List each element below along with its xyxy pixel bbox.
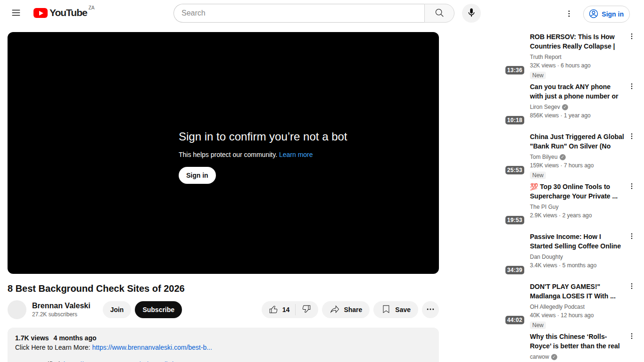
- related-video-item[interactable]: 25:53 China Just Triggered A Global "Ban…: [447, 132, 637, 176]
- related-video-menu-button[interactable]: [626, 31, 637, 42]
- related-video-item[interactable]: 13:36 ROB HERSOV: This Is How Countries …: [447, 32, 637, 76]
- subscribe-button[interactable]: Subscribe: [135, 301, 182, 318]
- video-info[interactable]: Can you track ANY phone with just a phon…: [526, 82, 637, 126]
- video-thumbnail[interactable]: [447, 332, 526, 362]
- share-button[interactable]: Share: [322, 301, 370, 318]
- person-circle-icon: [588, 8, 599, 20]
- voice-search-button[interactable]: [462, 4, 481, 23]
- video-thumbnail[interactable]: 19:53: [447, 182, 526, 226]
- kebab-icon: [628, 332, 636, 341]
- watch-main-column: Sign in to confirm you’re not a bot This…: [8, 32, 439, 362]
- player-sign-in-button[interactable]: Sign in: [179, 167, 216, 184]
- related-video-menu-button[interactable]: [626, 181, 637, 192]
- search-input[interactable]: [173, 4, 424, 23]
- new-badge: New: [530, 172, 546, 179]
- search-button[interactable]: [424, 4, 454, 23]
- related-video-title: Why this Chinese ‘Rolls-Royce’ is better…: [530, 332, 625, 351]
- like-dislike-pill: 14: [262, 301, 319, 318]
- related-video-item[interactable]: 10:18 Can you track ANY phone with just …: [447, 82, 637, 126]
- duration-badge: 13:36: [505, 66, 524, 74]
- related-channel-name: OH Allegedly Podcast: [530, 303, 585, 311]
- verified-badge-icon: ✓: [551, 354, 557, 360]
- related-video-menu-button[interactable]: [626, 231, 637, 242]
- video-thumbnail[interactable]: 44:02: [447, 282, 526, 326]
- related-video-menu-button[interactable]: [626, 81, 637, 92]
- duration-badge: 10:18: [505, 116, 524, 124]
- related-channel-name: Tom Bilyeu: [530, 153, 558, 161]
- video-info[interactable]: Passive Income: How I Started Selling Co…: [526, 232, 637, 276]
- save-label: Save: [395, 306, 411, 313]
- save-button[interactable]: Save: [373, 301, 418, 318]
- kebab-icon: [628, 232, 636, 241]
- video-info[interactable]: Why this Chinese ‘Rolls-Royce’ is better…: [526, 332, 637, 362]
- channel-info[interactable]: Brennan Valeski 27.2K subscribers: [32, 301, 91, 318]
- more-actions-button[interactable]: [422, 301, 439, 318]
- hamburger-menu-button[interactable]: [7, 4, 25, 23]
- verified-badge-icon: ✓: [560, 154, 566, 160]
- related-video-item[interactable]: Why this Chinese ‘Rolls-Royce’ is better…: [447, 332, 637, 362]
- like-count: 14: [282, 306, 290, 313]
- kebab-icon: [628, 33, 636, 41]
- video-info[interactable]: ROB HERSOV: This Is How Countries Really…: [526, 32, 637, 76]
- new-badge: New: [530, 72, 546, 79]
- channel-avatar[interactable]: [8, 300, 26, 319]
- search-bar: [173, 4, 481, 23]
- related-video-item[interactable]: 19:53 💯 Top 30 Online Tools to Superchar…: [447, 182, 637, 226]
- description-meta: 1.7K views 4 months ago: [15, 333, 431, 343]
- video-info[interactable]: DON'T PLAY GAMES!" Madlanga LOSES IT Wit…: [526, 282, 637, 326]
- upload-age: 4 months ago: [54, 334, 97, 342]
- related-video-item[interactable]: 44:02 DON'T PLAY GAMES!" Madlanga LOSES …: [447, 282, 637, 326]
- header-sign-in-button[interactable]: Sign in: [583, 6, 630, 23]
- related-channel-name: Liron Segev: [530, 103, 560, 111]
- kebab-icon: [628, 132, 636, 141]
- related-video-title: 💯 Top 30 Online Tools to Supercharge You…: [530, 182, 625, 201]
- video-thumbnail[interactable]: 10:18: [447, 82, 526, 126]
- search-icon: [434, 8, 445, 19]
- bookmark-icon: [381, 304, 391, 316]
- bot-check-subtext: This helps protect our community. Learn …: [179, 151, 347, 158]
- video-info[interactable]: 💯 Top 30 Online Tools to Supercharge You…: [526, 182, 637, 226]
- dislike-button[interactable]: [296, 301, 318, 318]
- youtube-logo[interactable]: YouTube ZA: [33, 7, 95, 18]
- ellipsis-icon: [426, 304, 435, 315]
- thumbs-up-icon: [268, 304, 279, 316]
- video-thumbnail[interactable]: 25:53: [447, 132, 526, 176]
- related-videos-sidebar: 13:36 ROB HERSOV: This Is How Countries …: [447, 32, 637, 362]
- header-more-options-button[interactable]: [560, 5, 578, 24]
- related-video-title: Can you track ANY phone with just a phon…: [530, 82, 625, 101]
- related-channel-name: Truth Report: [530, 53, 561, 61]
- microphone-icon: [466, 8, 477, 19]
- related-video-meta: 32K views · 6 hours ago: [530, 62, 625, 69]
- share-icon: [330, 304, 340, 316]
- video-thumbnail[interactable]: 34:39: [447, 232, 526, 276]
- duration-badge: 44:02: [505, 316, 524, 324]
- video-info[interactable]: China Just Triggered A Global "Bank Run"…: [526, 132, 637, 176]
- kebab-icon: [565, 9, 573, 19]
- kebab-icon: [628, 282, 636, 291]
- view-count: 1.7K views: [15, 334, 49, 342]
- youtube-play-icon: [33, 8, 48, 18]
- duration-badge: 19:53: [505, 216, 524, 224]
- description-box[interactable]: 1.7K views 4 months ago Click Here to Le…: [8, 328, 439, 362]
- related-video-menu-button[interactable]: [626, 131, 637, 142]
- like-button[interactable]: 14: [262, 301, 296, 318]
- hamburger-icon: [11, 8, 21, 19]
- video-actions: 14 Share Save: [262, 301, 439, 318]
- related-video-item[interactable]: 34:39 Passive Income: How I Started Sell…: [447, 232, 637, 276]
- related-video-meta: 40K views · 12 hours ago: [530, 312, 625, 319]
- video-player[interactable]: Sign in to confirm you’re not a bot This…: [8, 32, 439, 274]
- join-button[interactable]: Join: [103, 301, 132, 318]
- description-link-1[interactable]: https://www.brennanvaleski.com/best-b...: [92, 344, 212, 351]
- top-app-bar: YouTube ZA Sign in: [0, 0, 644, 26]
- related-video-menu-button[interactable]: [626, 331, 637, 342]
- duration-badge: 34:39: [505, 266, 524, 274]
- thumbs-down-icon: [301, 304, 312, 316]
- learn-more-link[interactable]: Learn more: [279, 151, 313, 158]
- related-video-title: Passive Income: How I Started Selling Co…: [530, 232, 625, 251]
- related-video-menu-button[interactable]: [626, 281, 637, 292]
- description-line-1: Click Here to Learn More: https://www.br…: [15, 343, 431, 352]
- video-thumbnail[interactable]: 13:36: [447, 32, 526, 76]
- bot-check-headline: Sign in to confirm you’re not a bot: [179, 130, 347, 143]
- bot-check-message: Sign in to confirm you’re not a bot This…: [179, 130, 347, 184]
- related-video-meta: 2.9K views · 2 years ago: [530, 212, 625, 219]
